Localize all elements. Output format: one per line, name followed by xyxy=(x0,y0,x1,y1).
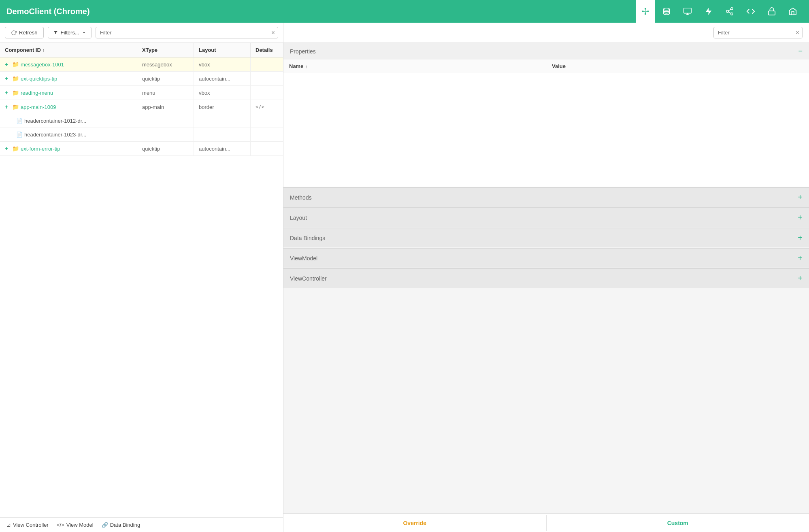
svg-point-11 xyxy=(731,8,733,10)
filter-icon xyxy=(53,30,58,35)
right-bottom-bar: Override Custom xyxy=(283,513,809,532)
view-controller-action[interactable]: ⊿ View Controller xyxy=(6,522,49,528)
right-filter-input[interactable] xyxy=(713,27,803,38)
expand-icon[interactable]: + xyxy=(5,61,11,68)
properties-label: Properties xyxy=(290,48,316,55)
layout-expand-icon[interactable]: + xyxy=(798,213,803,222)
properties-section-header: Properties − xyxy=(283,43,809,60)
nav-share[interactable] xyxy=(720,0,739,23)
component-id: headercontainer-1012-dr... xyxy=(24,118,86,124)
viewmodel-expand-icon[interactable]: + xyxy=(798,253,803,263)
override-label: Override xyxy=(403,520,426,526)
properties-collapse-button[interactable]: − xyxy=(798,47,803,55)
table-row[interactable]: + 📁 reading-menu menu vbox xyxy=(0,86,283,100)
filter-input[interactable] xyxy=(96,27,278,38)
file-icon: 📄 xyxy=(16,132,23,138)
filter-clear-button[interactable]: × xyxy=(271,29,275,36)
refresh-label: Refresh xyxy=(19,30,38,36)
component-id: headercontainer-1023-dr... xyxy=(24,132,86,138)
viewcontroller-label: ViewController xyxy=(290,275,327,282)
table-row[interactable]: + 📁 messagebox-1001 messagebox vbox xyxy=(0,57,283,72)
nav-lock[interactable] xyxy=(762,0,781,23)
svg-marker-10 xyxy=(706,8,712,15)
svg-rect-9 xyxy=(684,8,691,13)
properties-table: Name ↑ Value xyxy=(283,60,809,187)
data-binding-icon: 🔗 xyxy=(102,522,108,528)
svg-rect-16 xyxy=(769,11,775,15)
sort-arrow-icon: ↑ xyxy=(43,48,45,53)
col-xtype: XType xyxy=(137,43,194,57)
nav-component-tree[interactable] xyxy=(636,0,655,23)
component-tree-table: Component ID ↑ XType Layout Details + 📁 … xyxy=(0,43,283,517)
svg-rect-0 xyxy=(645,8,646,10)
viewcontroller-section[interactable]: ViewController + xyxy=(283,268,809,288)
custom-button[interactable]: Custom xyxy=(547,514,809,532)
folder-icon: 📁 xyxy=(12,75,19,82)
svg-point-13 xyxy=(731,13,733,15)
nav-events[interactable] xyxy=(699,0,718,23)
col-component-id: Component ID ↑ xyxy=(0,43,137,57)
folder-icon: 📁 xyxy=(12,104,19,110)
props-sort-icon: ↑ xyxy=(305,64,307,69)
table-row[interactable]: 📄 headercontainer-1012-dr... xyxy=(0,114,283,128)
refresh-icon xyxy=(11,30,17,36)
data-bindings-label: Data Bindings xyxy=(290,235,325,241)
svg-line-15 xyxy=(728,9,731,11)
filter-wrap: × xyxy=(96,27,278,38)
main-layout: Refresh Filters... × Component ID ↑ XTyp… xyxy=(0,23,809,532)
props-name-col: Name ↑ xyxy=(283,60,546,73)
table-row[interactable]: 📄 headercontainer-1023-dr... xyxy=(0,128,283,142)
nav-home[interactable] xyxy=(783,0,803,23)
folder-icon: 📁 xyxy=(12,145,19,152)
refresh-button[interactable]: Refresh xyxy=(5,27,44,38)
filters-button[interactable]: Filters... xyxy=(48,27,92,38)
col-layout: Layout xyxy=(194,43,251,57)
expand-icon[interactable]: + xyxy=(5,75,11,82)
folder-icon: 📁 xyxy=(12,61,19,68)
viewcontroller-expand-icon[interactable]: + xyxy=(798,274,803,283)
methods-section[interactable]: Methods + xyxy=(283,187,809,207)
data-bindings-expand-icon[interactable]: + xyxy=(798,233,803,243)
expand-icon[interactable]: + xyxy=(5,145,11,152)
component-id: messagebox-1001 xyxy=(21,62,64,68)
svg-point-8 xyxy=(664,8,670,11)
right-toolbar: × xyxy=(283,23,809,43)
methods-expand-icon[interactable]: + xyxy=(798,193,803,202)
props-value-col: Value xyxy=(546,60,809,73)
viewmodel-section[interactable]: ViewModel + xyxy=(283,248,809,268)
right-filter-clear-button[interactable]: × xyxy=(796,29,799,36)
data-bindings-section[interactable]: Data Bindings + xyxy=(283,228,809,247)
right-panel: × Properties − Name ↑ Value Methods + xyxy=(283,23,809,532)
filters-label: Filters... xyxy=(61,30,79,36)
props-header: Name ↑ Value xyxy=(283,60,809,73)
app-title: DemoClient (Chrome) xyxy=(6,7,636,16)
viewmodel-label: ViewModel xyxy=(290,255,317,262)
view-controller-icon: ⊿ xyxy=(6,522,11,528)
component-id: ext-quicktips-tip xyxy=(21,76,57,82)
table-row[interactable]: + 📁 ext-form-error-tip quicktip autocont… xyxy=(0,142,283,156)
toolbar: Refresh Filters... × xyxy=(0,23,283,43)
nav-monitor[interactable] xyxy=(678,0,697,23)
nav-icons xyxy=(636,0,803,23)
app-header: DemoClient (Chrome) xyxy=(0,0,809,23)
props-empty-area xyxy=(283,73,809,187)
methods-label: Methods xyxy=(290,194,312,201)
custom-label: Custom xyxy=(667,520,688,526)
table-row[interactable]: + 📁 app-main-1009 app-main border </> xyxy=(0,100,283,114)
expand-icon[interactable]: + xyxy=(5,89,11,96)
view-model-label: View Model xyxy=(66,522,94,528)
svg-rect-3 xyxy=(645,13,646,15)
expand-icon[interactable]: + xyxy=(5,104,11,110)
nav-database[interactable] xyxy=(657,0,676,23)
table-row[interactable]: + 📁 ext-quicktips-tip quicktip autoconta… xyxy=(0,72,283,86)
override-button[interactable]: Override xyxy=(283,514,546,532)
component-id: reading-menu xyxy=(21,90,53,96)
table-header: Component ID ↑ XType Layout Details xyxy=(0,43,283,57)
data-binding-action[interactable]: 🔗 Data Binding xyxy=(102,522,140,528)
nav-code[interactable] xyxy=(741,0,760,23)
file-icon: 📄 xyxy=(16,118,23,124)
component-id: app-main-1009 xyxy=(21,104,56,110)
right-filter-wrap: × xyxy=(713,27,803,38)
layout-section[interactable]: Layout + xyxy=(283,207,809,227)
view-model-action[interactable]: </> View Model xyxy=(57,522,94,528)
